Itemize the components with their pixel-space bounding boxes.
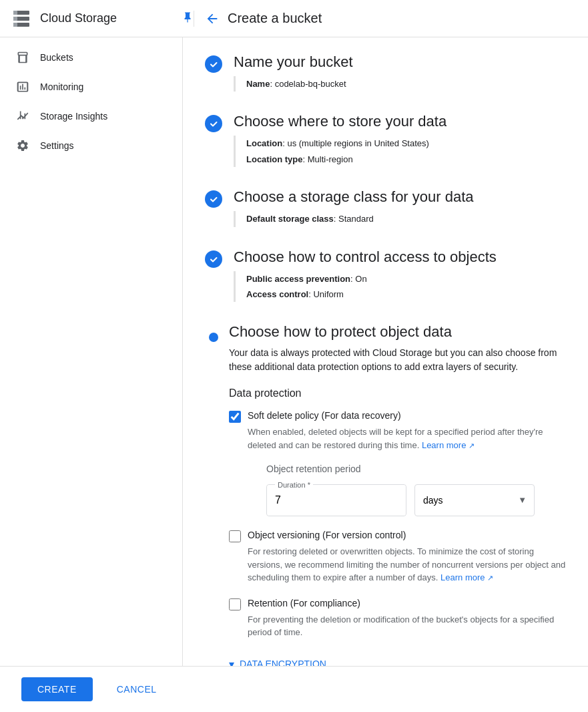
step4-detail-0: Public access prevention: On: [246, 271, 567, 287]
versioning-item: Object versioning (For version control) …: [229, 530, 567, 584]
sidebar-item-storage-insights-label: Storage Insights: [40, 111, 107, 122]
sidebar-item-monitoring-label: Monitoring: [40, 81, 83, 92]
sidebar-item-buckets[interactable]: Buckets: [0, 43, 177, 72]
active-step-title: Choose how to protect object data: [229, 323, 567, 341]
step1-details: Name: codelab-bq-bucket: [234, 76, 567, 92]
step4-title: Choose how to control access to objects: [234, 248, 567, 266]
data-encryption-toggle[interactable]: ▾ DATA ENCRYPTION: [229, 653, 326, 666]
pin-icon[interactable]: [182, 11, 194, 26]
cancel-button[interactable]: CANCEL: [101, 677, 173, 701]
svg-rect-4: [13, 17, 17, 21]
page-title: Create a bucket: [228, 11, 322, 26]
app-title: Cloud Storage: [40, 11, 117, 25]
step2-check-icon: [204, 114, 223, 133]
external-link-icon: ↗: [469, 441, 475, 450]
settings-icon: [16, 139, 29, 152]
step2-value-0: us (multiple regions in United States): [287, 138, 428, 148]
step-protect-data: Choose how to protect object data Your d…: [204, 323, 567, 666]
step4-check-icon: [204, 250, 223, 269]
retention-label[interactable]: Retention (For compliance): [248, 598, 360, 608]
soft-delete-checkbox[interactable]: [229, 411, 241, 423]
sidebar-item-monitoring[interactable]: Monitoring: [0, 72, 177, 102]
versioning-external-link-icon: ↗: [487, 574, 493, 582]
step1-title: Name your bucket: [234, 53, 567, 71]
step2-detail-1: Location type: Multi-region: [246, 152, 567, 167]
versioning-desc-text: For restoring deleted or overwritten obj…: [248, 546, 565, 582]
svg-rect-5: [13, 23, 17, 27]
step4-label-0: Public access prevention: [246, 274, 350, 284]
versioning-label[interactable]: Object versioning (For version control): [248, 530, 406, 540]
soft-delete-item: Soft delete policy (For data recovery) W…: [229, 410, 567, 516]
retention-compliance-row: Retention (For compliance): [229, 598, 567, 610]
step2-label-1: Location type: [246, 154, 303, 164]
main-content: Name your bucket Name: codelab-bq-bucket: [183, 37, 588, 666]
step-storage-class: Choose a storage class for your data Def…: [204, 188, 567, 226]
step3-detail-0: Default storage class: Standard: [246, 211, 567, 226]
soft-delete-desc-text: When enabled, deleted objects will be ke…: [248, 427, 543, 450]
active-step-dot: [209, 333, 218, 342]
soft-delete-row: Soft delete policy (For data recovery): [229, 410, 567, 423]
step1-detail-0: Name: codelab-bq-bucket: [246, 76, 567, 92]
step-choose-location: Choose where to store your data Location…: [204, 113, 567, 167]
back-button[interactable]: [205, 11, 220, 26]
step3-details: Default storage class: Standard: [234, 211, 567, 226]
soft-delete-learn-more[interactable]: Learn more ↗: [422, 440, 475, 450]
versioning-row: Object versioning (For version control): [229, 530, 567, 542]
step2-value-1: Multi-region: [308, 154, 353, 164]
create-button[interactable]: CREATE: [21, 677, 93, 701]
step2-detail-0: Location: us (multiple regions in United…: [246, 136, 567, 151]
sidebar-item-storage-insights[interactable]: Storage Insights: [0, 102, 177, 131]
step4-detail-1: Access control: Uniform: [246, 287, 567, 302]
bottom-bar: CREATE CANCEL: [0, 666, 588, 712]
step-name-bucket: Name your bucket Name: codelab-bq-bucket: [204, 53, 567, 92]
app-logo-icon: [11, 8, 32, 29]
retention-block: Object retention period Duration * days: [266, 462, 567, 516]
bucket-icon: [16, 51, 29, 64]
step2-label-0: Location: [246, 138, 282, 148]
svg-point-6: [205, 55, 222, 73]
svg-point-8: [205, 190, 222, 208]
versioning-learn-more[interactable]: Learn more ↗: [440, 572, 493, 582]
step3-check-icon: [204, 190, 223, 208]
sidebar-item-settings-label: Settings: [40, 140, 74, 151]
duration-label: Duration *: [275, 480, 313, 491]
step1-detail-value-0: codelab-bq-bucket: [275, 79, 346, 89]
retention-inputs: Duration * days weeks months: [266, 484, 567, 516]
step1-detail-label-0: Name: [246, 79, 270, 89]
step3-value-0: Standard: [338, 214, 374, 224]
insights-icon: [16, 110, 29, 123]
data-encryption-label: DATA ENCRYPTION: [240, 659, 326, 666]
retention-compliance-item: Retention (For compliance) For preventin…: [229, 598, 567, 639]
retention-description: For preventing the deletion or modificat…: [248, 613, 567, 639]
versioning-checkbox[interactable]: [229, 530, 241, 542]
step4-details: Public access prevention: On Access cont…: [234, 271, 567, 303]
duration-unit-select[interactable]: days weeks months: [414, 484, 535, 516]
data-protection-label: Data protection: [229, 387, 567, 399]
step-access-control: Choose how to control access to objects …: [204, 248, 567, 303]
retention-checkbox[interactable]: [229, 598, 241, 610]
sidebar-item-settings[interactable]: Settings: [0, 131, 177, 160]
chevron-down-icon: ▾: [229, 658, 234, 666]
step1-check-icon: [204, 55, 223, 73]
sidebar-item-buckets-label: Buckets: [40, 52, 73, 63]
step2-title: Choose where to store your data: [234, 113, 567, 130]
svg-point-9: [205, 250, 222, 268]
step2-details: Location: us (multiple regions in United…: [234, 136, 567, 167]
versioning-description: For restoring deleted or overwritten obj…: [248, 545, 567, 584]
step3-label-0: Default storage class: [246, 214, 334, 224]
step4-value-1: Uniform: [313, 289, 344, 299]
step4-label-1: Access control: [246, 289, 308, 299]
svg-rect-3: [13, 11, 17, 15]
sidebar: Buckets Monitoring Storage Insights Sett…: [0, 37, 183, 666]
soft-delete-description: When enabled, deleted objects will be ke…: [248, 425, 567, 516]
step3-title: Choose a storage class for your data: [234, 188, 567, 206]
step4-value-0: On: [355, 274, 366, 284]
active-step-description: Your data is always protected with Cloud…: [229, 346, 567, 374]
svg-point-7: [205, 115, 222, 132]
chart-icon: [16, 80, 29, 94]
retention-title: Object retention period: [266, 462, 567, 476]
duration-field: Duration *: [266, 484, 406, 516]
duration-select-wrapper: days weeks months ▼: [414, 484, 535, 516]
soft-delete-label[interactable]: Soft delete policy (For data recovery): [248, 410, 401, 421]
